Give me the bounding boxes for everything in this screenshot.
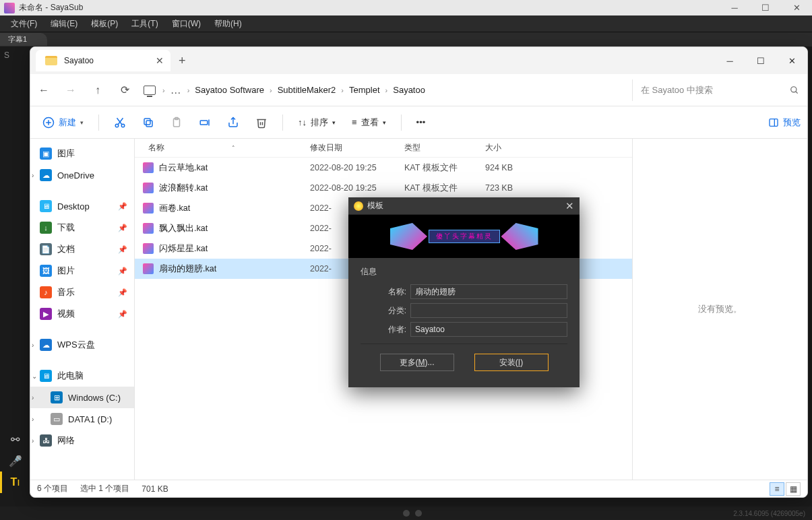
chevron-right-icon[interactable]: › <box>384 86 389 94</box>
explorer-close-button[interactable]: ✕ <box>776 50 807 71</box>
sidebar-item[interactable]: ♪音乐📌 <box>30 282 134 303</box>
expand-icon[interactable]: › <box>32 437 34 445</box>
sidebar-item[interactable]: ›☁WPS云盘 <box>30 334 134 356</box>
view-details-icon[interactable]: ≡ <box>770 482 784 496</box>
col-size[interactable]: 大小 <box>485 142 553 154</box>
expand-icon[interactable]: ⌄ <box>32 372 37 380</box>
expand-icon[interactable]: › <box>32 342 34 349</box>
sayasub-minimize-button[interactable]: ─ <box>719 0 750 15</box>
view-button[interactable]: ≡ 查看 ▾ <box>346 114 392 131</box>
chevron-right-icon[interactable]: › <box>268 86 274 94</box>
category-field[interactable] <box>410 303 567 318</box>
sayasub-titlebar: 未命名 - SayaSub ─ ☐ ✕ <box>0 0 812 15</box>
file-date: 2022-08-20 19:25 <box>310 163 404 172</box>
expand-icon[interactable]: › <box>32 394 34 401</box>
sayasub-document-tab[interactable]: 字幕1 <box>0 33 47 46</box>
col-date[interactable]: 修改日期 <box>310 142 404 154</box>
new-tab-button[interactable]: + <box>179 54 186 68</box>
col-type[interactable]: 类型 <box>404 142 485 154</box>
sidebar-item[interactable]: ›⊞Windows (C:) <box>30 387 134 408</box>
sidebar-item[interactable]: ⌄🖥此电脑 <box>30 365 134 387</box>
chevron-right-icon[interactable]: › <box>340 86 345 94</box>
file-type: KAT 模板文件 <box>404 162 485 174</box>
sort-button[interactable]: ↑↓ 排序 ▾ <box>292 114 341 131</box>
template-dialog: 模板 ✕ 傻丫头字幕精灵 信息 名称: 扇动的翅膀 分类: 作者: Sayato… <box>348 197 580 387</box>
tool-text-icon[interactable]: Tı <box>0 472 28 493</box>
menu-file[interactable]: 文件(F) <box>4 18 44 30</box>
tab-close-icon[interactable]: ✕ <box>156 55 164 66</box>
file-name: 画卷.kat <box>159 203 190 214</box>
tool-mic-icon[interactable]: 🎤 <box>0 450 28 472</box>
crumb-seg[interactable]: Sayatoo Software <box>191 85 268 95</box>
sidebar-label: DATA1 (D:) <box>68 414 112 424</box>
new-button[interactable]: 新建▾ <box>37 114 89 131</box>
nav-up-button[interactable]: ↑ <box>84 84 111 96</box>
sidebar-item[interactable]: ▣图库 <box>30 143 134 164</box>
nav-refresh-button[interactable]: ⟳ <box>111 84 138 96</box>
tool-link-icon[interactable]: ⚯ <box>0 428 28 450</box>
status-selected: 选中 1 个项目 <box>80 483 129 494</box>
pin-icon: 📌 <box>118 310 127 319</box>
chevron-right-icon[interactable]: › <box>186 86 191 94</box>
menu-window[interactable]: 窗口(W) <box>165 18 208 30</box>
more-button[interactable]: 更多(M)... <box>380 354 454 371</box>
more-button[interactable]: ••• <box>411 115 431 130</box>
nav-back-button[interactable]: ← <box>30 84 57 96</box>
crumb-seg[interactable]: Sayatoo <box>389 85 429 95</box>
pin-icon: 📌 <box>118 202 127 211</box>
sayasub-version: 2.3.14.6095 (4269005e) <box>733 510 805 517</box>
install-button[interactable]: 安装(I) <box>474 354 549 371</box>
file-row[interactable]: 波浪翻转.kat2022-08-20 19:25KAT 模板文件723 KB <box>135 178 632 198</box>
cut-button[interactable] <box>108 111 131 134</box>
crumb-seg[interactable]: SubtitleMaker2 <box>274 85 340 95</box>
share-button[interactable] <box>222 111 245 134</box>
sayasub-maximize-button[interactable]: ☐ <box>750 0 781 15</box>
author-field[interactable]: Sayatoo <box>410 322 567 337</box>
dialog-titlebar[interactable]: 模板 ✕ <box>348 197 580 215</box>
dialog-close-button[interactable]: ✕ <box>565 200 574 212</box>
explorer-tab[interactable]: Sayatoo ✕ <box>36 50 170 71</box>
sidebar-item[interactable]: ›🖧网络 <box>30 430 134 451</box>
file-name: 扇动的翅膀.kat <box>159 263 216 275</box>
chevron-right-icon[interactable]: › <box>161 86 166 94</box>
explorer-toolbar: 新建▾ ↑↓ 排序 ▾ ≡ 查看 ▾ ••• 预览 <box>30 106 807 139</box>
status-size: 701 KB <box>142 484 168 494</box>
expand-icon[interactable]: › <box>32 416 34 423</box>
expand-icon[interactable]: › <box>32 172 34 179</box>
sidebar-icon: ↓ <box>40 222 52 234</box>
sidebar-item[interactable]: 📄文档📌 <box>30 238 134 260</box>
sayasub-close-button[interactable]: ✕ <box>781 0 812 15</box>
sidebar-item[interactable]: 🖼图片📌 <box>30 260 134 282</box>
menu-help[interactable]: 帮助(H) <box>208 18 249 30</box>
sidebar-item[interactable]: ▶视频📌 <box>30 303 134 325</box>
col-name[interactable]: 名称 <box>148 143 164 152</box>
paste-button[interactable] <box>165 111 188 134</box>
delete-button[interactable] <box>250 111 273 134</box>
this-pc-icon[interactable] <box>144 86 156 95</box>
sort-asc-icon: ˄ <box>164 145 235 152</box>
menu-tools[interactable]: 工具(T) <box>125 18 164 30</box>
sidebar-icon: 🖥 <box>40 200 52 212</box>
search-input[interactable]: 在 Sayatoo 中搜索 <box>632 79 807 101</box>
crumb-seg[interactable]: Templet <box>345 85 384 95</box>
menu-edit[interactable]: 编辑(E) <box>44 18 84 30</box>
sidebar-item[interactable]: ›▭DATA1 (D:) <box>30 408 134 430</box>
file-date: 2022-08-20 19:25 <box>310 183 404 193</box>
nav-forward-button[interactable]: → <box>57 84 84 96</box>
name-field[interactable]: 扇动的翅膀 <box>410 284 567 299</box>
file-row[interactable]: 白云草地.kat2022-08-20 19:25KAT 模板文件924 KB <box>135 158 632 178</box>
breadcrumb-overflow[interactable]: … <box>166 84 186 96</box>
sidebar-label: 图库 <box>57 148 75 160</box>
copy-button[interactable] <box>137 111 160 134</box>
column-headers[interactable]: 名称˄ 修改日期 类型 大小 <box>135 139 632 158</box>
explorer-maximize-button[interactable]: ☐ <box>745 50 776 71</box>
sidebar-item[interactable]: ›☁OneDrive <box>30 164 134 186</box>
sidebar-item[interactable]: ↓下载📌 <box>30 217 134 238</box>
view-grid-icon[interactable]: ▦ <box>786 482 801 496</box>
menu-template[interactable]: 模板(P) <box>84 18 125 30</box>
rename-button[interactable] <box>193 111 216 134</box>
preview-toggle[interactable]: 预览 <box>768 117 801 129</box>
sidebar-item[interactable]: 🖥Desktop📌 <box>30 195 134 217</box>
kat-file-icon <box>143 263 154 274</box>
explorer-minimize-button[interactable]: ─ <box>714 50 745 71</box>
